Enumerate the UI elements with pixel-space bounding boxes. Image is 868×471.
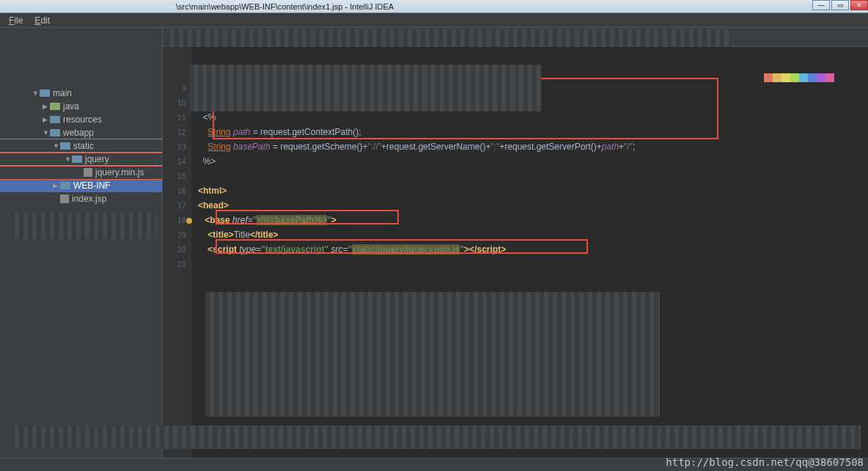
tree-label: resources [63, 114, 102, 125]
tree-node-webapp[interactable]: ▼webapp [0, 126, 162, 139]
line-number: 19 [163, 227, 186, 242]
minimize-button[interactable]: — [812, 0, 830, 10]
chip [817, 73, 825, 82]
line-number: 12 [163, 125, 186, 139]
window-titlebar: \src\main\webapp\WEB-INF\content\index1.… [0, 0, 868, 13]
tree-node-static[interactable]: ▼static [0, 139, 162, 153]
blur-region [205, 292, 660, 417]
chip [773, 73, 781, 82]
tree-label: jquery [85, 154, 109, 164]
tree-node-resources[interactable]: ▶resources [0, 113, 162, 126]
project-tree: ▼main ▶java ▶resources ▼webapp ▼static ▼… [0, 28, 162, 233]
chip [808, 73, 817, 82]
line-number: 10 [163, 95, 186, 110]
chip [781, 73, 790, 82]
tree-label: main [53, 88, 72, 98]
tree-node-jquery[interactable]: ▼jquery [0, 153, 162, 166]
maximize-button[interactable]: ▭ [831, 0, 849, 10]
tree-label: java [63, 101, 79, 112]
line-number: 13 [163, 139, 186, 154]
tree-node-main[interactable]: ▼main [0, 87, 162, 100]
chip [799, 73, 808, 82]
tree-node-webinf[interactable]: ▶WEB-INF [0, 179, 162, 192]
blur-region [10, 213, 157, 239]
chip [825, 73, 834, 82]
line-number: 14 [163, 154, 186, 169]
blur-region [10, 426, 861, 449]
menu-bar: File Edit [0, 13, 868, 28]
project-sidebar: ▼main ▶java ▶resources ▼webapp ▼static ▼… [0, 28, 163, 458]
tree-label: jquery.min.js [95, 167, 144, 178]
chip [790, 73, 799, 82]
line-number: 17 [163, 198, 186, 213]
watermark: http://blog.csdn.net/qq@38607508 [666, 456, 864, 468]
line-number: 18 [163, 213, 186, 227]
close-button[interactable]: ✕ [850, 0, 868, 10]
tree-node-java[interactable]: ▶java [0, 100, 162, 113]
tree-label: index.jsp [72, 194, 106, 204]
line-number: 15 [163, 169, 186, 183]
chip [764, 73, 773, 82]
menu-file[interactable]: File [3, 15, 29, 26]
blur-region [189, 65, 541, 112]
color-chips [764, 73, 834, 82]
tree-node-jquery-min[interactable]: jquery.min.js [0, 166, 162, 179]
tree-label: WEB-INF [73, 180, 111, 191]
line-number: 16 [163, 183, 186, 198]
line-number: 11 [163, 110, 186, 125]
window-title: \src\main\webapp\WEB-INF\content\index1.… [0, 2, 394, 11]
tree-label: webapp [63, 128, 94, 138]
window-buttons: — ▭ ✕ [812, 0, 868, 13]
line-gutter: 9 10 11 12 13 14 15 16 17 18 19 20 21 [163, 47, 192, 458]
line-number: 21 [163, 257, 186, 271]
tree-node-indexjsp[interactable]: index.jsp [0, 192, 162, 205]
line-number: 9 [163, 81, 186, 95]
blur-region [166, 29, 732, 47]
line-number: 20 [163, 242, 186, 257]
menu-edit[interactable]: Edit [29, 15, 56, 26]
tree-label: static [73, 141, 94, 151]
